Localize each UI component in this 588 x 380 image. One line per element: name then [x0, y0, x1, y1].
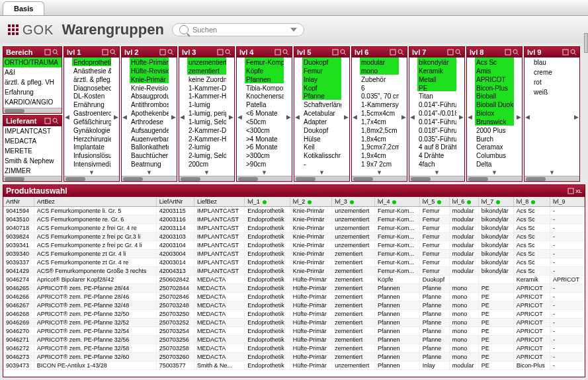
expand-icon[interactable] — [217, 49, 224, 56]
list-item[interactable]: 0.014"-Führun — [417, 100, 456, 108]
expand-icon[interactable] — [505, 49, 511, 56]
expand-icon[interactable] — [44, 49, 51, 56]
tab-basis[interactable]: Basis — [3, 1, 44, 15]
list-item[interactable]: Kopf — [302, 83, 341, 92]
arrow-right-icon[interactable]: ▶ — [401, 114, 406, 120]
list-item[interactable]: Bicon-Plus — [475, 83, 514, 92]
list-item[interactable]: >90cm — [245, 159, 284, 168]
col-header[interactable]: lvl_1 — [245, 197, 290, 207]
list-item[interactable]: 1 9x7 2cm — [360, 159, 399, 168]
list-item[interactable]: Metall — [417, 75, 456, 83]
list-item[interactable]: Duokopf — [302, 57, 341, 66]
list-item[interactable]: 2-lumig, Seldin — [187, 151, 226, 159]
arrow-left-icon[interactable]: ◀ — [237, 114, 242, 120]
arrow-down-icon[interactable]: ▼ — [204, 169, 210, 176]
col-header[interactable]: lvl_9 — [550, 197, 584, 207]
search-input[interactable] — [192, 26, 286, 34]
list-item[interactable]: ORTHO/TRAUMA — [3, 57, 62, 67]
hscroll[interactable] — [409, 176, 464, 181]
list-item[interactable]: APRICOT — [475, 75, 514, 83]
list-item[interactable]: 6 — [360, 83, 399, 92]
list-item[interactable]: rot — [532, 77, 571, 87]
list-item[interactable]: <300cm — [245, 126, 284, 134]
hscroll[interactable] — [179, 176, 234, 181]
expand-icon[interactable] — [159, 49, 166, 56]
list-item[interactable]: Bioball — [475, 91, 514, 100]
list-item[interactable]: Hüfte-Revision — [130, 66, 169, 75]
arrow-down-icon[interactable]: ▼ — [434, 169, 440, 176]
list-item[interactable]: keine Zuordnu — [187, 75, 226, 83]
list-item[interactable]: Adapter — [302, 117, 341, 126]
list-item[interactable]: Knie-Primär — [130, 75, 169, 83]
col-header[interactable]: lvl_4 — [374, 197, 419, 207]
list-item[interactable]: Acs Sc — [475, 57, 514, 66]
arrow-down-icon[interactable]: ▼ — [146, 169, 152, 176]
list-item[interactable]: 1,5cmx4cm — [360, 108, 399, 117]
col-header[interactable]: LiefBez — [194, 197, 245, 207]
table-row[interactable]: 9041594ACS Femurkomponente li. Gr. 54200… — [3, 207, 585, 215]
list-item[interactable]: Femur-Kompon — [245, 57, 284, 66]
arrow-right-icon[interactable]: ▶ — [517, 114, 521, 120]
col-header[interactable]: lvl_5 — [419, 197, 449, 207]
arrow-right-icon[interactable]: ▶ — [229, 114, 233, 120]
list-item[interactable]: 1-lumig — [187, 100, 226, 108]
search-small-icon[interactable] — [340, 49, 347, 56]
list-item[interactable]: Delta — [475, 159, 514, 168]
list-item[interactable]: 0.014"-Führun — [417, 117, 456, 126]
list-item[interactable]: Beatmung — [130, 159, 169, 168]
list-item[interactable]: 4 auf 8 Drähte — [417, 142, 456, 151]
list-item[interactable]: 4 Drähte — [417, 151, 456, 159]
list-item[interactable]: Zubehör — [360, 75, 399, 83]
list-item[interactable]: 2000 Plus — [475, 126, 514, 134]
list-item[interactable]: Kotikalisschra — [302, 151, 341, 159]
arrow-left-icon[interactable]: ◀ — [468, 114, 472, 120]
col-header[interactable]: lvl_8 — [513, 197, 550, 207]
list-item[interactable]: Hüfte-Primär — [130, 57, 169, 66]
list-item[interactable]: ärztl. & pfleg. VH — [3, 77, 62, 87]
col-header[interactable]: lvl_2 — [290, 197, 332, 207]
search-box[interactable] — [172, 23, 304, 36]
arrow-right-icon[interactable]: ▶ — [114, 114, 118, 120]
list-item[interactable]: Absaugprodukt — [130, 91, 169, 100]
export-icon[interactable] — [567, 188, 574, 194]
list-item[interactable]: ärztl. & pfleg. V — [72, 75, 111, 83]
list-item[interactable]: 1,9cmx7,2cm — [360, 142, 399, 151]
list-item[interactable]: Doukopf — [302, 126, 341, 134]
arrow-down-icon[interactable]: ▼ — [261, 169, 267, 176]
list-item[interactable]: 4fach — [417, 159, 456, 168]
list-item[interactable]: zementiert — [187, 66, 226, 75]
list-item[interactable]: Anästhesie & I — [72, 66, 111, 75]
list-item[interactable]: Ernährung — [72, 100, 111, 108]
list-item[interactable]: 1-Kammersyst — [360, 100, 399, 108]
list-item[interactable]: Columbus — [475, 151, 514, 159]
list-item[interactable]: Pfanne — [302, 91, 341, 100]
excel-icon[interactable]: XL — [575, 188, 582, 194]
list-item[interactable]: Hülse — [302, 134, 341, 143]
arrow-down-icon[interactable]: ▼ — [319, 169, 325, 176]
hscroll[interactable] — [3, 176, 62, 181]
list-item[interactable]: 1,7x4cm — [360, 117, 399, 126]
arrow-right-icon[interactable]: ▶ — [574, 114, 579, 120]
list-item[interactable]: Arthrodese — [130, 117, 169, 126]
search-small-icon[interactable] — [282, 49, 289, 56]
arrow-down-icon[interactable]: ▼ — [376, 169, 382, 176]
list-item[interactable]: Knie-Revision — [130, 83, 169, 92]
arrow-left-icon[interactable]: ◀ — [353, 114, 357, 120]
table-row[interactable]: 9046266APRICOT® zem. PE-Pfanne 28/462507… — [3, 293, 585, 301]
list-item[interactable]: 0.035"-Führun — [417, 134, 456, 143]
list-item[interactable]: Gynäkologie — [72, 126, 111, 134]
list-item[interactable]: Knochenersatz — [245, 91, 284, 100]
list-item[interactable]: Titan — [417, 91, 456, 100]
list-item[interactable]: Brunswick — [475, 117, 514, 126]
list-item[interactable]: >300cm — [245, 151, 284, 159]
list-item[interactable]: Tibia-Kompone — [245, 83, 284, 92]
col-header[interactable]: ArtBez — [34, 197, 156, 207]
table-row[interactable]: 9046268APRICOT® zem. PE-Pfanne 32/502507… — [3, 310, 585, 319]
table-row[interactable]: 9046274Apricot® Bipolarer Kopf28/4225060… — [3, 276, 585, 284]
list-item[interactable]: MEDACTA — [3, 136, 62, 146]
hscroll[interactable] — [122, 176, 177, 181]
hscroll[interactable] — [467, 176, 522, 181]
list-item[interactable]: Ballonkatheter — [130, 142, 169, 151]
expand-icon[interactable] — [102, 49, 108, 56]
table-row[interactable]: 9046273APRICOT® zem. PE-Pfanne 32/602507… — [3, 353, 585, 361]
